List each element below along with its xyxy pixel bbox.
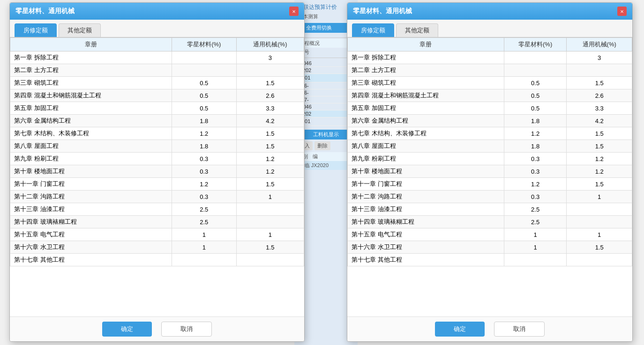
table-row: 第十七章 其他工程 bbox=[10, 254, 304, 266]
cell-zero-material: 1 bbox=[172, 228, 236, 241]
cancel-button-right[interactable]: 取消 bbox=[494, 322, 545, 337]
dialog-footer-left: 确定 取消 bbox=[10, 316, 304, 341]
cell-chapter: 第十五章 电气工程 bbox=[348, 228, 504, 241]
cell-general-machinery: 3 bbox=[236, 51, 304, 64]
cell-zero-material: 0.5 bbox=[172, 77, 236, 89]
cell-zero-material: 1.8 bbox=[172, 140, 236, 153]
cell-zero-material: 0.5 bbox=[504, 89, 567, 102]
col-header-general-left: 通用机械(%) bbox=[236, 38, 304, 51]
table-row: 第三章 砌筑工程0.51.5 bbox=[10, 77, 304, 89]
cell-general-machinery: 1.5 bbox=[567, 140, 632, 153]
table-row: 第九章 粉刷工程0.31.2 bbox=[348, 153, 632, 165]
tab-house-repair-left[interactable]: 房修定额 bbox=[15, 23, 57, 37]
cell-zero-material: 2.5 bbox=[504, 216, 567, 228]
cell-chapter: 第十六章 水卫工程 bbox=[10, 241, 172, 254]
cell-zero-material bbox=[172, 51, 236, 64]
cell-zero-material bbox=[172, 254, 236, 266]
table-container-right[interactable]: 章册 零星材料(%) 通用机械(%) 第一章 拆除工程3第二章 土方工程第三章 … bbox=[347, 37, 632, 316]
col-header-general-right: 通用机械(%) bbox=[567, 38, 632, 51]
cell-zero-material: 1.2 bbox=[172, 127, 236, 140]
col-header-chapter-right: 章册 bbox=[348, 38, 504, 51]
cell-chapter: 第十二章 沟路工程 bbox=[348, 191, 504, 203]
cell-general-machinery bbox=[236, 254, 304, 266]
cell-chapter: 第十五章 电气工程 bbox=[10, 228, 172, 241]
cell-chapter: 第一章 拆除工程 bbox=[348, 51, 504, 64]
cancel-button-left[interactable]: 取消 bbox=[161, 322, 212, 337]
cell-chapter: 第十章 楼地面工程 bbox=[348, 165, 504, 178]
table-row: 第十一章 门窗工程1.21.5 bbox=[10, 178, 304, 191]
cell-general-machinery bbox=[567, 216, 632, 228]
cell-general-machinery: 3.3 bbox=[567, 102, 632, 115]
cell-zero-material bbox=[172, 64, 236, 77]
table-row: 第一章 拆除工程3 bbox=[10, 51, 304, 64]
cell-zero-material: 0.5 bbox=[172, 89, 236, 102]
table-row: 第七章 木结构、木装修工程1.21.5 bbox=[10, 127, 304, 140]
close-button-right[interactable]: × bbox=[617, 7, 627, 16]
cell-zero-material: 0.5 bbox=[504, 77, 567, 89]
cell-chapter: 第二章 土方工程 bbox=[348, 64, 504, 77]
cell-chapter: 第三章 砌筑工程 bbox=[348, 77, 504, 89]
title-bar-right: 零星材料、通用机械 × bbox=[347, 3, 632, 20]
cell-chapter: 第十七章 其他工程 bbox=[10, 254, 172, 266]
tab-other-quota-left[interactable]: 其他定额 bbox=[59, 23, 101, 37]
cell-chapter: 第十四章 玻璃裱糊工程 bbox=[10, 216, 172, 228]
dialog-footer-right: 确定 取消 bbox=[347, 316, 632, 341]
cell-chapter: 第四章 混凝土和钢筋混凝土工程 bbox=[10, 89, 172, 102]
cell-zero-material: 1.2 bbox=[504, 127, 567, 140]
cell-chapter: 第十二章 沟路工程 bbox=[10, 191, 172, 203]
cell-zero-material: 0.3 bbox=[504, 165, 567, 178]
cell-zero-material: 1.2 bbox=[172, 178, 236, 191]
cell-chapter: 第十三章 油漆工程 bbox=[10, 203, 172, 216]
cell-zero-material: 2.5 bbox=[172, 203, 236, 216]
cell-zero-material: 1.8 bbox=[504, 115, 567, 127]
table-row: 第十二章 沟路工程0.31 bbox=[10, 191, 304, 203]
table-row: 第十五章 电气工程11 bbox=[10, 228, 304, 241]
table-header-right: 章册 零星材料(%) 通用机械(%) bbox=[348, 38, 632, 51]
cell-chapter: 第十三章 油漆工程 bbox=[348, 203, 504, 216]
confirm-button-right[interactable]: 确定 bbox=[435, 322, 485, 337]
cell-zero-material: 0.5 bbox=[504, 102, 567, 115]
cell-general-machinery: 4.2 bbox=[567, 115, 632, 127]
data-table-left: 章册 零星材料(%) 通用机械(%) 第一章 拆除工程3第二章 土方工程第三章 … bbox=[10, 37, 304, 266]
table-row: 第十四章 玻璃裱糊工程2.5 bbox=[348, 216, 632, 228]
cell-general-machinery bbox=[567, 203, 632, 216]
cell-zero-material bbox=[504, 51, 567, 64]
cell-general-machinery: 1 bbox=[567, 191, 632, 203]
cell-zero-material: 2.5 bbox=[172, 216, 236, 228]
cell-general-machinery: 1.5 bbox=[567, 77, 632, 89]
dialog-title-left: 零星材料、通用机械 bbox=[15, 7, 75, 15]
cell-chapter: 第十一章 门窗工程 bbox=[348, 178, 504, 191]
cell-zero-material: 0.3 bbox=[172, 165, 236, 178]
cell-general-machinery: 1.5 bbox=[236, 127, 304, 140]
tab-other-quota-right[interactable]: 其他定额 bbox=[396, 23, 438, 37]
cell-general-machinery: 2.6 bbox=[236, 89, 304, 102]
tab-house-repair-right[interactable]: 房修定额 bbox=[352, 23, 394, 37]
cell-zero-material: 1 bbox=[504, 241, 567, 254]
cell-chapter: 第三章 砌筑工程 bbox=[10, 77, 172, 89]
cell-chapter: 第八章 屋面工程 bbox=[10, 140, 172, 153]
table-row: 第十一章 门窗工程1.21.5 bbox=[348, 178, 632, 191]
cell-chapter: 第四章 混凝土和钢筋混凝土工程 bbox=[348, 89, 504, 102]
cell-zero-material: 0.3 bbox=[504, 191, 567, 203]
cell-general-machinery: 1.2 bbox=[236, 153, 304, 165]
cell-chapter: 第九章 粉刷工程 bbox=[10, 153, 172, 165]
table-header-left: 章册 零星材料(%) 通用机械(%) bbox=[10, 38, 304, 51]
close-button-left[interactable]: × bbox=[289, 7, 299, 16]
table-row: 第五章 加固工程0.53.3 bbox=[10, 102, 304, 115]
table-container-left[interactable]: 章册 零星材料(%) 通用机械(%) 第一章 拆除工程3第二章 土方工程第三章 … bbox=[10, 37, 304, 316]
cell-general-machinery bbox=[236, 64, 304, 77]
cell-chapter: 第一章 拆除工程 bbox=[10, 51, 172, 64]
table-row: 第八章 屋面工程1.81.5 bbox=[10, 140, 304, 153]
col-header-chapter-left: 章册 bbox=[10, 38, 172, 51]
table-row: 第九章 粉刷工程0.31.2 bbox=[10, 153, 304, 165]
table-row: 第二章 土方工程 bbox=[348, 64, 632, 77]
dialog-right: 零星材料、通用机械 × 房修定额 其他定额 章册 零星材料(%) 通用机械(%)… bbox=[347, 2, 633, 342]
cell-zero-material: 0.5 bbox=[172, 102, 236, 115]
data-table-right: 章册 零星材料(%) 通用机械(%) 第一章 拆除工程3第二章 土方工程第三章 … bbox=[347, 37, 632, 266]
dialog-left: 零星材料、通用机械 × 房修定额 其他定额 章册 零星材料(%) 通用机械(%)… bbox=[9, 2, 305, 342]
cell-chapter: 第八章 屋面工程 bbox=[348, 140, 504, 153]
confirm-button-left[interactable]: 确定 bbox=[102, 322, 152, 337]
cell-general-machinery: 1.2 bbox=[567, 153, 632, 165]
cell-zero-material: 1.8 bbox=[172, 115, 236, 127]
dialog-title-right: 零星材料、通用机械 bbox=[353, 7, 412, 15]
